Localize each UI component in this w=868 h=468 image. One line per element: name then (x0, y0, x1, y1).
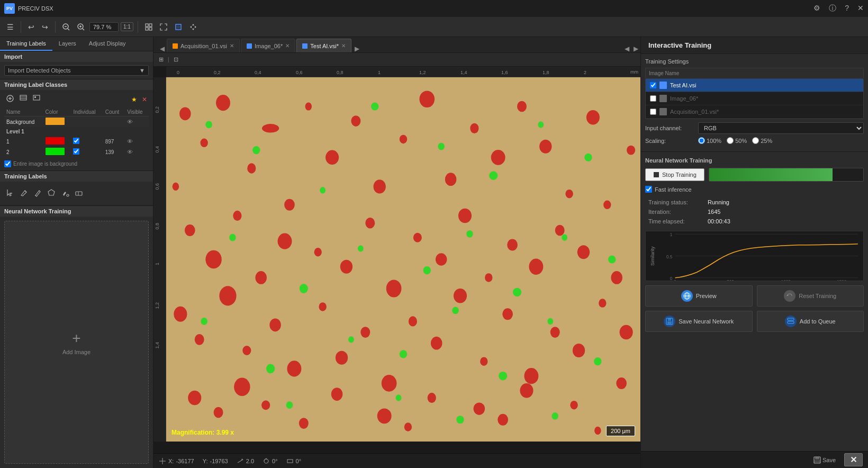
scale-50-radio[interactable] (727, 137, 734, 144)
z-value: 2.0 (237, 457, 254, 465)
svg-point-53 (278, 233, 292, 249)
fit-button[interactable] (157, 22, 170, 32)
redo-button[interactable]: ↪ (39, 21, 51, 33)
stop-icon (653, 172, 659, 178)
crop-button[interactable] (172, 22, 185, 32)
select-tool-btn[interactable] (4, 187, 16, 200)
brush-tool-btn[interactable] (32, 187, 43, 200)
tab-close-image06[interactable]: ✕ (285, 43, 290, 49)
tab-adjust-display[interactable]: Adjust Display (83, 37, 132, 51)
zoom-out-button[interactable] (60, 22, 73, 32)
close-icon[interactable]: ✕ (857, 4, 864, 13)
info-icon[interactable]: ⓘ (829, 4, 836, 13)
settings-icon[interactable]: ⚙ (813, 4, 820, 13)
preview-button[interactable]: Preview (645, 285, 753, 307)
tab-testai[interactable]: Test AI.vsi* ✕ (296, 39, 351, 52)
svg-rect-7 (146, 24, 148, 26)
svg-point-87 (214, 407, 223, 418)
class2-individual-checkbox[interactable] (73, 148, 79, 155)
reset-training-button[interactable]: Reset Training (757, 285, 864, 307)
zoom-1to1-button[interactable]: 1:1 (121, 22, 133, 31)
svg-point-75 (360, 327, 370, 338)
svg-text:0.5: 0.5 (666, 255, 673, 259)
svg-point-39 (374, 179, 386, 193)
overview-btn[interactable]: ⊡ (171, 55, 180, 64)
svg-point-86 (188, 391, 201, 406)
svg-point-31 (201, 139, 208, 148)
tab-close-testai[interactable]: ✕ (341, 43, 346, 49)
add-class-plus-btn[interactable]: ★ (130, 93, 139, 105)
pan-button[interactable] (187, 22, 200, 32)
add-image-button[interactable]: + Add Image (4, 221, 149, 464)
class1-individual-checkbox[interactable] (73, 138, 79, 144)
add-to-queue-button[interactable]: Add to Queue (757, 311, 864, 332)
background-visibility-btn[interactable]: 👁 (127, 119, 133, 125)
tab-scroll-right[interactable]: ▶ (631, 45, 640, 52)
class2-visibility-btn[interactable]: 👁 (127, 149, 133, 155)
eraser-tool-btn[interactable] (73, 187, 85, 200)
import-dropdown[interactable]: Import Detected Objects ▼ (4, 65, 149, 76)
paint-bucket-btn[interactable] (59, 187, 71, 200)
right-panel-title: Interactive Training (641, 37, 868, 54)
svg-marker-14 (192, 29, 194, 30)
fast-inference-checkbox[interactable] (645, 186, 652, 193)
col-visible: Visible (125, 108, 149, 116)
class1-visibility-btn[interactable]: 👁 (127, 138, 133, 145)
undo-button[interactable]: ↩ (25, 21, 37, 33)
scale-25-option[interactable]: 25% (752, 137, 772, 144)
stop-training-button[interactable]: Stop Training (645, 168, 704, 181)
iteration-row: Iteration: 1645 (646, 208, 863, 216)
import-labels-btn[interactable] (17, 93, 29, 105)
class1-color-swatch[interactable] (46, 137, 65, 145)
tab-acquisition[interactable]: Acquisition_01.vsi ✕ (167, 39, 240, 52)
ruler-tick-06: 0,6 (296, 70, 303, 75)
input-channel-select[interactable]: RGB (698, 122, 864, 134)
svg-point-55 (340, 260, 352, 274)
tab-training-labels[interactable]: Training Labels (0, 37, 52, 51)
export-labels-btn[interactable] (31, 93, 42, 105)
delete-class-btn[interactable]: ✕ (140, 93, 149, 105)
menu-button[interactable]: ☰ (4, 21, 16, 33)
svg-point-57 (386, 280, 402, 298)
image-row-image06[interactable]: Image_06* (646, 92, 863, 105)
zoom-in-button[interactable] (75, 22, 87, 32)
bg-checkbox[interactable] (4, 160, 11, 167)
add-label-btn[interactable] (4, 93, 16, 105)
ruler-tick-0: 0 (177, 70, 179, 75)
tab-nav-left[interactable]: ◀ (158, 45, 167, 52)
viewport-btn[interactable]: ⊞ (157, 55, 166, 64)
help-icon[interactable]: ? (845, 4, 849, 13)
scale-50-option[interactable]: 50% (727, 137, 747, 144)
svg-point-129 (286, 401, 293, 409)
microscopy-image[interactable]: 200 μm Magnification: 3.99 x (166, 77, 640, 442)
pencil-tool-btn[interactable] (18, 187, 30, 200)
image-check-testai[interactable] (650, 82, 656, 88)
tab-scroll-left[interactable]: ◀ (622, 45, 631, 52)
tab-nav-right[interactable]: ▶ (352, 45, 361, 52)
background-color-swatch[interactable] (46, 118, 65, 125)
tab-close-acquisition[interactable]: ✕ (230, 43, 234, 49)
class2-color-swatch[interactable] (46, 148, 65, 155)
save-neural-network-button[interactable]: Save Neural Network (645, 311, 753, 332)
scale-25-radio[interactable] (752, 137, 759, 144)
grid-view-button[interactable] (142, 22, 155, 32)
polygon-tool-btn[interactable] (46, 187, 57, 200)
svg-point-126 (499, 372, 507, 381)
table-row: Level 1 (4, 127, 149, 136)
image-check-image06[interactable] (650, 95, 656, 102)
image-row-acquisition[interactable]: Acquisition_01.vsi* (646, 105, 863, 119)
svg-point-83 (550, 327, 560, 338)
import-section: Import Import Detected Objects ▼ (0, 51, 153, 79)
save-button[interactable]: Save (809, 455, 840, 465)
image-row-testai[interactable]: Test AI.vsi (646, 79, 863, 92)
tab-image06[interactable]: Image_06* ✕ (241, 39, 295, 52)
tab-layers[interactable]: Layers (52, 37, 83, 51)
image-check-acquisition[interactable] (650, 109, 656, 115)
ruler-top: mm 0 0,2 0,4 0,6 0,8 1 1,2 1,4 1,6 1,8 2 (166, 67, 640, 77)
scale-100-option[interactable]: 100% (698, 137, 721, 144)
scale-100-radio[interactable] (698, 137, 705, 144)
svg-point-93 (474, 402, 485, 415)
svg-point-125 (452, 307, 459, 314)
close-panel-button[interactable]: ✕ (844, 453, 863, 466)
viewport[interactable]: mm 0 0,2 0,4 0,6 0,8 1 1,2 1,4 1,6 1,8 2… (153, 67, 640, 453)
